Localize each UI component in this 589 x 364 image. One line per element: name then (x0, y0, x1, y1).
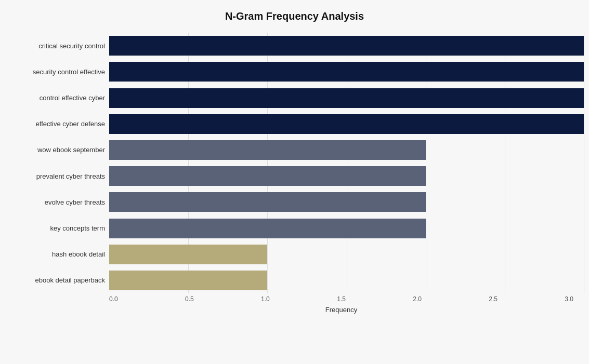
grid-line (584, 33, 584, 293)
bar-label: security control effective (8, 68, 109, 76)
chart-title: N-Gram Frequency Analysis (5, 10, 584, 22)
bar-row: critical security control (109, 33, 584, 59)
bar-row: ebook detail paperback (109, 267, 584, 293)
bars-wrapper: critical security controlsecurity contro… (109, 33, 584, 293)
bar-fill (109, 166, 426, 186)
x-tick: 1.0 (261, 295, 270, 303)
bar-fill (109, 62, 584, 82)
bar-row: hash ebook detail (109, 241, 584, 267)
bar-label: critical security control (8, 42, 109, 50)
x-tick: 0.5 (185, 295, 194, 303)
x-tick: 2.5 (489, 295, 498, 303)
bar-fill (109, 140, 426, 160)
bar-label: ebook detail paperback (8, 276, 109, 284)
x-axis-label: Frequency (109, 306, 573, 314)
bar-label: prevalent cyber threats (8, 172, 109, 180)
bar-fill (109, 219, 426, 238)
bar-label: evolve cyber threats (8, 198, 109, 206)
bar-row: wow ebook september (109, 137, 584, 163)
x-tick: 0.0 (109, 295, 118, 303)
bar-row: key concepts term (109, 215, 584, 241)
bar-fill (109, 114, 584, 134)
chart-container: N-Gram Frequency Analysis critical secur… (0, 0, 589, 364)
bar-row: effective cyber defense (109, 111, 584, 137)
x-ticks: 0.00.51.01.52.02.53.0 (109, 295, 573, 303)
chart-area: critical security controlsecurity contro… (5, 33, 584, 314)
x-tick: 3.0 (565, 295, 573, 303)
bar-fill (109, 192, 426, 212)
bar-row: control effective cyber (109, 85, 584, 111)
bar-label: control effective cyber (8, 94, 109, 102)
bar-fill (109, 271, 267, 290)
bar-label: key concepts term (8, 224, 109, 232)
bar-label: effective cyber defense (8, 120, 109, 128)
bar-label: wow ebook september (8, 146, 109, 154)
bar-fill (109, 245, 267, 264)
bar-fill (109, 36, 584, 56)
bar-row: evolve cyber threats (109, 189, 584, 215)
bar-fill (109, 88, 584, 108)
x-axis: 0.00.51.01.52.02.53.0 Frequency (5, 295, 584, 314)
bar-row: prevalent cyber threats (109, 163, 584, 189)
bar-label: hash ebook detail (8, 250, 109, 258)
bar-row: security control effective (109, 59, 584, 85)
x-tick: 2.0 (413, 295, 422, 303)
x-tick: 1.5 (337, 295, 346, 303)
